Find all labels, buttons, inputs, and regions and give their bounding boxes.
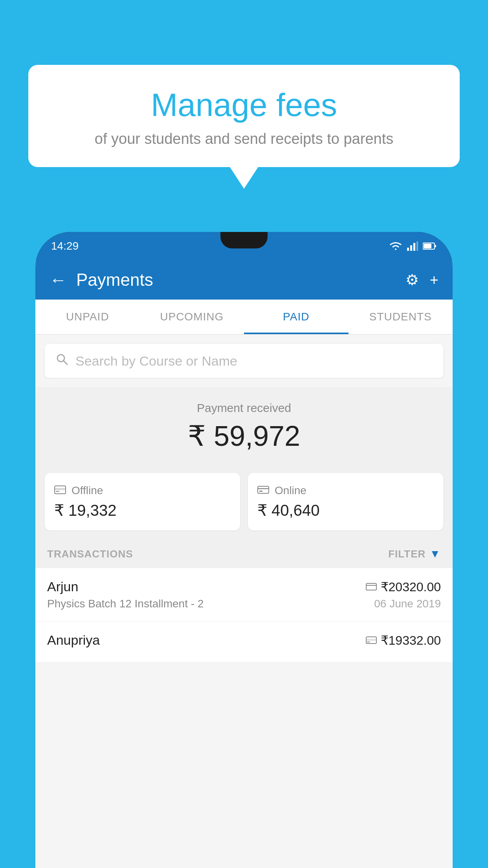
transactions-header: TRANSACTIONS FILTER ▼ bbox=[35, 540, 453, 568]
transaction-date-arjun: 06 June 2019 bbox=[374, 598, 441, 610]
search-bar[interactable]: Search by Course or Name bbox=[45, 344, 443, 378]
online-amount: ₹ 40,640 bbox=[257, 501, 434, 519]
transactions-label: TRANSACTIONS bbox=[47, 548, 133, 560]
transaction-row[interactable]: Anupriya ₹19332.00 bbox=[35, 622, 453, 662]
online-icon bbox=[257, 484, 269, 497]
svg-rect-5 bbox=[435, 245, 436, 247]
svg-rect-14 bbox=[259, 491, 262, 492]
status-time: 14:29 bbox=[51, 240, 79, 252]
speech-bubble: Manage fees of your students and send re… bbox=[28, 65, 460, 167]
offline-card-header: Offline bbox=[54, 484, 231, 497]
battery-icon bbox=[423, 242, 437, 250]
online-label: Online bbox=[275, 484, 306, 497]
settings-icon[interactable]: ⚙ bbox=[405, 271, 419, 289]
screen-title: Payments bbox=[76, 270, 396, 290]
online-payment-icon bbox=[366, 583, 377, 591]
phone-notch bbox=[220, 232, 268, 248]
transaction-course-arjun: Physics Batch 12 Installment - 2 bbox=[47, 598, 204, 610]
signal-icon bbox=[407, 241, 418, 251]
offline-label: Offline bbox=[72, 484, 103, 497]
payment-cards-row: Offline ₹ 19,332 Online ₹ 40,640 bbox=[35, 463, 453, 540]
svg-line-8 bbox=[64, 361, 67, 364]
back-button[interactable]: ← bbox=[50, 270, 67, 290]
status-icons bbox=[389, 241, 437, 251]
svg-rect-0 bbox=[407, 248, 409, 251]
transaction-name-arjun: Arjun bbox=[47, 579, 78, 594]
svg-rect-3 bbox=[416, 241, 418, 251]
payment-total-amount: ₹ 59,972 bbox=[35, 419, 453, 452]
top-bar-actions: ⚙ + bbox=[405, 271, 438, 289]
tab-bar: UNPAID UPCOMING PAID STUDENTS bbox=[35, 300, 453, 335]
offline-amount: ₹ 19,332 bbox=[54, 501, 231, 519]
payment-summary: Payment received ₹ 59,972 bbox=[35, 387, 453, 463]
transaction-amount-arjun: ₹20320.00 bbox=[366, 579, 441, 594]
app-top-bar: ← Payments ⚙ + bbox=[35, 260, 453, 300]
filter-button[interactable]: FILTER ▼ bbox=[388, 548, 441, 560]
filter-label: FILTER bbox=[388, 548, 426, 560]
transaction-top-arjun: Arjun ₹20320.00 bbox=[47, 579, 441, 594]
bubble-title: Manage fees bbox=[52, 86, 436, 123]
svg-rect-10 bbox=[55, 488, 66, 490]
tab-unpaid[interactable]: UNPAID bbox=[35, 300, 140, 334]
transaction-row[interactable]: Arjun ₹20320.00 Physics Batch 12 Install… bbox=[35, 568, 453, 622]
search-input[interactable]: Search by Course or Name bbox=[75, 353, 237, 369]
phone-device: 14:29 bbox=[35, 232, 453, 868]
tab-paid[interactable]: PAID bbox=[244, 300, 349, 334]
online-card-header: Online bbox=[257, 484, 434, 497]
svg-rect-2 bbox=[413, 243, 415, 251]
offline-icon bbox=[54, 484, 66, 497]
svg-rect-6 bbox=[424, 244, 431, 248]
payment-received-label: Payment received bbox=[35, 401, 453, 415]
transaction-top-anupriya: Anupriya ₹19332.00 bbox=[47, 633, 441, 648]
svg-rect-12 bbox=[258, 486, 269, 493]
tab-upcoming[interactable]: UPCOMING bbox=[140, 300, 244, 334]
svg-rect-15 bbox=[366, 583, 376, 590]
wifi-icon bbox=[389, 241, 402, 251]
svg-rect-18 bbox=[366, 639, 376, 641]
filter-icon: ▼ bbox=[429, 548, 441, 560]
offline-payment-card: Offline ₹ 19,332 bbox=[45, 473, 240, 530]
tab-students[interactable]: STUDENTS bbox=[349, 300, 453, 334]
transaction-amount-anupriya: ₹19332.00 bbox=[366, 633, 441, 648]
status-bar: 14:29 bbox=[35, 232, 453, 260]
bubble-subtitle: of your students and send receipts to pa… bbox=[52, 131, 436, 147]
search-icon bbox=[56, 353, 68, 369]
svg-rect-1 bbox=[410, 245, 412, 251]
transaction-name-anupriya: Anupriya bbox=[47, 633, 100, 648]
transaction-sub-arjun: Physics Batch 12 Installment - 2 06 June… bbox=[47, 598, 441, 610]
app-screen: ← Payments ⚙ + UNPAID UPCOMING PAID STUD… bbox=[35, 260, 453, 868]
add-icon[interactable]: + bbox=[430, 272, 438, 289]
online-payment-card: Online ₹ 40,640 bbox=[248, 473, 443, 530]
offline-payment-icon bbox=[366, 636, 377, 645]
